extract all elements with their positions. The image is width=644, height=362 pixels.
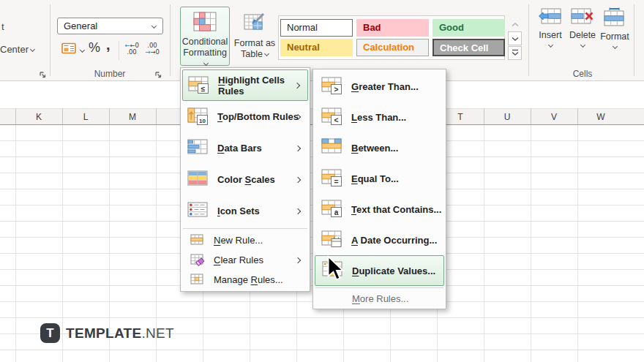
- menu-item-top-bottom-rules[interactable]: 10 Top/Bottom Rules: [182, 101, 308, 132]
- conditional-formatting-button[interactable]: ConditionalFormatting: [180, 7, 230, 66]
- delete-cells-button[interactable]: Delete: [566, 7, 599, 66]
- greater-than-icon: >: [321, 77, 343, 96]
- column-header[interactable]: U: [484, 109, 531, 125]
- column-header[interactable]: V: [531, 109, 577, 125]
- chevron-more-icon: [511, 47, 520, 60]
- gallery-scroll-up-button[interactable]: [508, 17, 522, 31]
- chevron-up-icon: [511, 18, 520, 31]
- color-scales-icon: [187, 170, 209, 189]
- alignment-dialog-launcher-icon[interactable]: [39, 69, 48, 78]
- chevron-down-icon[interactable]: [80, 48, 85, 53]
- menu-item-data-bars[interactable]: Data Bars: [182, 132, 308, 164]
- menu-item-new-rule[interactable]: New Rule...: [182, 230, 308, 250]
- column-header[interactable]: K: [15, 109, 62, 125]
- menu-item-clear-rules[interactable]: Clear Rules: [182, 250, 308, 270]
- column-header[interactable]: W: [577, 109, 624, 125]
- format-cells-button[interactable]: Format: [599, 7, 631, 66]
- template-logo: T: [40, 323, 60, 343]
- chevron-down-icon: [30, 47, 35, 52]
- top-bottom-rules-icon: 10: [187, 108, 209, 127]
- chevron-down-icon: [612, 44, 617, 49]
- svg-text:a: a: [334, 208, 339, 216]
- delete-cells-icon: [571, 7, 594, 28]
- menu-item-icon-sets[interactable]: Icon Sets: [182, 195, 308, 227]
- group-separator: [634, 4, 634, 76]
- merge-center-button[interactable]: Center: [0, 44, 34, 55]
- clear-rules-icon: [190, 254, 205, 266]
- format-as-table-icon: [244, 12, 266, 34]
- between-icon: [321, 138, 343, 157]
- percent-style-button[interactable]: %: [89, 40, 100, 56]
- highlight-cells-rules-icon: ≤: [188, 76, 210, 95]
- group-separator: [528, 4, 529, 76]
- insert-cells-button[interactable]: Insert: [534, 7, 566, 66]
- submenu-item-a-date-occurring[interactable]: A Date Occurring...: [315, 225, 444, 255]
- increase-decimal-button[interactable]: ←←0.00: [123, 42, 141, 55]
- date-occurring-icon: [321, 230, 343, 249]
- accounting-format-icon[interactable]: [61, 42, 77, 58]
- decrease-decimal-button[interactable]: .00→→0: [143, 42, 161, 55]
- column-header[interactable]: M: [109, 109, 156, 125]
- submenu-arrow-icon: [295, 145, 301, 151]
- template-net-watermark: T TEMPLATE.NET: [40, 323, 174, 343]
- chevron-down-icon: [203, 61, 209, 66]
- new-rule-icon: [190, 234, 205, 246]
- svg-text:≤: ≤: [201, 84, 206, 92]
- style-chip-neutral[interactable]: Neutral: [280, 39, 353, 56]
- icon-sets-icon: [187, 202, 209, 221]
- mini-separator: [119, 41, 119, 60]
- svg-text:10: 10: [199, 117, 206, 124]
- format-cells-icon: [604, 7, 626, 29]
- svg-text:<: <: [334, 116, 339, 124]
- chevron-down-icon: [151, 23, 157, 29]
- number-format-dropdown[interactable]: General: [57, 18, 163, 34]
- wrap-text-label-fragment: t: [1, 21, 4, 32]
- submenu-arrow-icon: [295, 257, 301, 263]
- menu-separator: [183, 228, 307, 229]
- menu-item-manage-rules[interactable]: Manage Rules...: [182, 270, 308, 290]
- gallery-scroll-down-button[interactable]: [508, 31, 522, 45]
- submenu-item-greater-than[interactable]: > Greater Than...: [315, 71, 444, 102]
- submenu-item-less-than[interactable]: < Less Than...: [315, 102, 444, 132]
- group-separator: [170, 4, 171, 76]
- watermark-brand: TEMPLATE: [66, 325, 141, 341]
- submenu-item-text-that-contains[interactable]: a Text that Contains...: [315, 194, 444, 225]
- chevron-down-icon: [511, 32, 520, 45]
- style-chip-normal[interactable]: Normal: [280, 19, 353, 37]
- watermark-suffix: .NET: [141, 325, 173, 341]
- submenu-item-between[interactable]: Between...: [315, 132, 444, 163]
- mouse-cursor: [326, 255, 346, 282]
- style-chip-calculation[interactable]: Calculation: [356, 39, 429, 56]
- style-chip-check-cell[interactable]: Check Cell: [433, 39, 505, 56]
- menu-item-highlight-cells-rules[interactable]: ≤ Highlight Cells Rules: [182, 69, 308, 101]
- style-chip-good[interactable]: Good: [433, 19, 505, 37]
- group-separator: [50, 4, 50, 76]
- style-chip-bad[interactable]: Bad: [356, 19, 429, 37]
- insert-cells-icon: [539, 7, 562, 28]
- text-contains-icon: a: [321, 200, 343, 219]
- number-dialog-launcher-icon[interactable]: [154, 69, 163, 78]
- less-than-icon: <: [321, 108, 343, 127]
- chevron-down-icon: [580, 42, 585, 48]
- svg-text:>: >: [334, 86, 339, 94]
- excel-window: t Center General % , ←←0.00 .00→→0 Numbe…: [0, 0, 644, 362]
- gallery-more-button[interactable]: [508, 46, 522, 60]
- number-group-label: Number: [62, 69, 157, 79]
- submenu-item-equal-to[interactable]: = Equal To...: [315, 163, 444, 194]
- submenu-arrow-icon: [295, 176, 301, 182]
- cells-group-label: Cells: [534, 69, 631, 79]
- menu-item-color-scales[interactable]: Color Scales: [182, 164, 308, 195]
- chevron-down-icon: [547, 42, 553, 48]
- menu-separator: [315, 287, 443, 288]
- column-header[interactable]: L: [62, 109, 109, 125]
- chevron-down-icon: [264, 51, 269, 56]
- manage-rules-icon: [190, 274, 205, 286]
- submenu-arrow-icon: [295, 208, 301, 214]
- data-bars-icon: [187, 139, 209, 158]
- comma-style-button[interactable]: ,: [106, 37, 111, 53]
- equal-to-icon: =: [321, 169, 343, 188]
- submenu-item-more-rules[interactable]: More Rules...: [315, 290, 444, 307]
- svg-text:=: =: [334, 178, 339, 186]
- conditional-formatting-icon: [193, 12, 217, 34]
- format-as-table-button[interactable]: Format asTable: [233, 8, 277, 66]
